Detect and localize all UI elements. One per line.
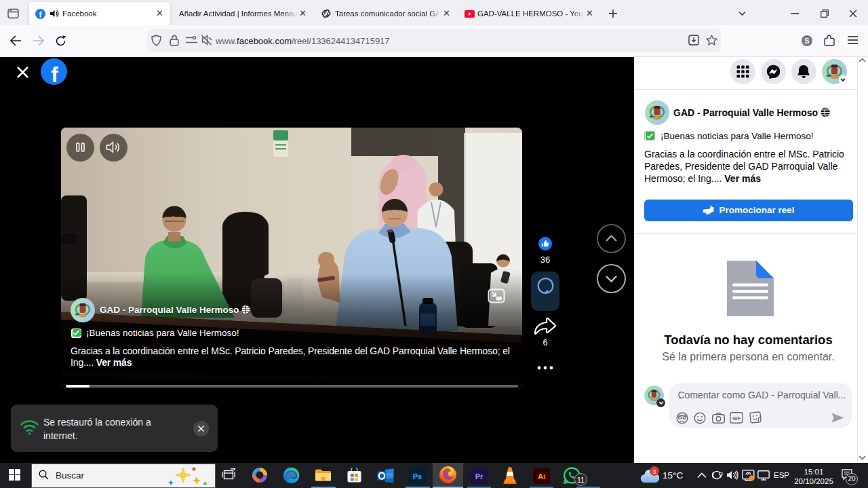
svg-text:Ps: Ps bbox=[413, 472, 422, 481]
svg-text:GIF: GIF bbox=[732, 415, 741, 421]
svg-text:Ai: Ai bbox=[538, 472, 545, 481]
svg-text:Pr: Pr bbox=[475, 472, 484, 481]
